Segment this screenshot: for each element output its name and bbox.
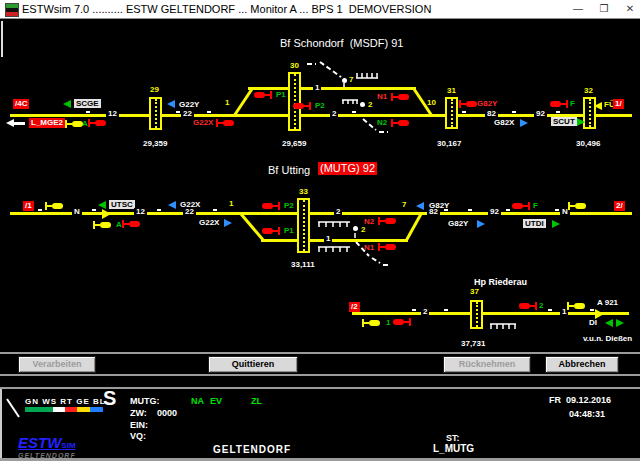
color-legend-bar xyxy=(25,407,103,412)
adjacent-station-scge[interactable]: SCGE xyxy=(74,99,101,108)
block-label: G22X xyxy=(199,219,219,227)
block-arrow-icon[interactable] xyxy=(168,201,176,209)
signal-p2[interactable] xyxy=(293,102,311,110)
block-arrow-icon[interactable] xyxy=(416,202,424,210)
legend-color-0 xyxy=(25,407,53,412)
signal-n1[interactable] xyxy=(378,243,396,251)
block-arrow-icon[interactable] xyxy=(167,100,175,108)
signal-p2[interactable] xyxy=(262,202,280,210)
joint-tick xyxy=(38,209,42,211)
block-label: G22X xyxy=(193,119,213,127)
entry-arrow-icon[interactable] xyxy=(552,220,560,228)
signal-n2[interactable] xyxy=(378,217,396,225)
signal-block-37[interactable] xyxy=(470,300,483,329)
shunt-signal[interactable] xyxy=(568,202,586,210)
zw-value: 0000 xyxy=(157,408,177,418)
point-number: 10 xyxy=(427,99,436,107)
direction-arrow-icon[interactable] xyxy=(605,319,613,327)
st-value: L_MUTG xyxy=(433,444,474,454)
track-diagonal xyxy=(406,214,421,241)
adjacent-station-utsc[interactable]: UTSC xyxy=(109,200,135,209)
direction-arrow-icon[interactable] xyxy=(616,319,624,327)
route-exit-box[interactable]: /1 xyxy=(23,201,34,211)
signal-2[interactable] xyxy=(519,302,537,310)
joint-tick xyxy=(176,111,180,113)
adjacent-station-scut[interactable]: SCUT xyxy=(551,117,577,126)
signal-a[interactable] xyxy=(88,119,106,127)
block-arrow-icon[interactable] xyxy=(477,220,485,228)
track-diagonal xyxy=(234,89,252,116)
shunt-signal[interactable] xyxy=(362,319,380,327)
signal-label: P1 xyxy=(276,91,286,99)
exit-arrow-icon[interactable] xyxy=(594,102,602,110)
joint-tick xyxy=(556,111,560,113)
signal-label: 1 xyxy=(386,319,390,327)
signal-p1[interactable] xyxy=(262,227,280,235)
joint-tick xyxy=(468,209,472,211)
track-riederau[interactable] xyxy=(352,312,629,315)
signal-g22x[interactable] xyxy=(216,119,234,127)
track-number: 22 xyxy=(183,208,196,216)
quittieren-button[interactable]: Quittieren xyxy=(208,356,298,373)
route-exit-box[interactable]: 1/ xyxy=(613,99,624,109)
verarbeiten-button[interactable]: Verarbeiten xyxy=(18,356,96,373)
block-arrow-icon[interactable] xyxy=(520,119,528,127)
divider xyxy=(0,352,640,354)
entry-arrow-icon[interactable] xyxy=(63,100,71,108)
joint-tick xyxy=(444,209,448,211)
track-1-schondorf[interactable] xyxy=(248,87,416,90)
panel-border xyxy=(0,389,2,458)
point-number: 1 xyxy=(229,200,233,208)
route-arrow-icon[interactable] xyxy=(102,209,111,219)
zw-label: ZW: xyxy=(130,408,147,418)
route-exit-box[interactable]: /2 xyxy=(349,302,360,312)
track-1-utting[interactable] xyxy=(261,239,408,242)
close-button[interactable]: ✕ xyxy=(618,0,640,18)
signal-f[interactable] xyxy=(512,202,530,210)
route-exit-box[interactable]: L_MGE2 xyxy=(29,118,65,128)
signal-n2[interactable] xyxy=(391,119,409,127)
app-window: ESTWsim 7.0 .......... ESTW GELTENDORF .… xyxy=(0,0,640,461)
shunt-signal[interactable] xyxy=(65,120,83,128)
shunt-signal[interactable] xyxy=(567,302,585,310)
entry-arrow-icon[interactable] xyxy=(577,118,585,126)
signal-block-29[interactable] xyxy=(149,97,162,130)
km-label: 29,659 xyxy=(282,140,306,148)
signal-block-33[interactable] xyxy=(297,198,310,253)
signal-a[interactable] xyxy=(122,220,140,228)
joint-tick xyxy=(555,209,559,211)
block-number: 30 xyxy=(290,62,299,70)
track-number: 92 xyxy=(534,110,547,118)
signal-block-31[interactable] xyxy=(445,97,458,129)
legend-color-3 xyxy=(77,407,90,412)
signal-1[interactable] xyxy=(393,318,411,326)
adjacent-station-utdi[interactable]: UTDI xyxy=(523,219,546,228)
divider xyxy=(0,374,640,376)
app-icon xyxy=(5,3,19,17)
signal-g82y[interactable] xyxy=(459,100,477,108)
window-title: ESTWsim 7.0 .......... ESTW GELTENDORF .… xyxy=(22,3,431,15)
ein-label: EIN: xyxy=(130,420,148,430)
maximize-button[interactable]: ❐ xyxy=(592,0,616,18)
point-number: 2 xyxy=(361,226,365,234)
abbrechen-button[interactable]: Abbrechen xyxy=(545,356,619,373)
route-exit-box[interactable]: /4C xyxy=(13,99,29,109)
minimize-button[interactable]: — xyxy=(566,0,590,18)
shunt-signal[interactable] xyxy=(45,202,63,210)
signal-f[interactable] xyxy=(550,100,568,108)
ruecknehmen-button[interactable]: Rücknehmen xyxy=(443,356,531,373)
platform-comb xyxy=(318,222,350,227)
signal-p1[interactable] xyxy=(254,91,272,99)
route-exit-box[interactable]: 2/ xyxy=(614,201,625,211)
block-number: 37 xyxy=(470,288,479,296)
legend-color-2 xyxy=(65,407,77,412)
signal-label: N2 xyxy=(364,218,374,226)
signal-label: A xyxy=(116,221,122,229)
point-indicator xyxy=(360,102,365,107)
shunt-signal[interactable] xyxy=(93,221,111,229)
diagram-overlay xyxy=(0,0,640,461)
entry-arrow-icon[interactable] xyxy=(98,201,106,209)
date-label: FR 09.12.2016 xyxy=(549,395,611,405)
signal-n1[interactable] xyxy=(391,93,409,101)
block-arrow-icon[interactable] xyxy=(224,219,232,227)
